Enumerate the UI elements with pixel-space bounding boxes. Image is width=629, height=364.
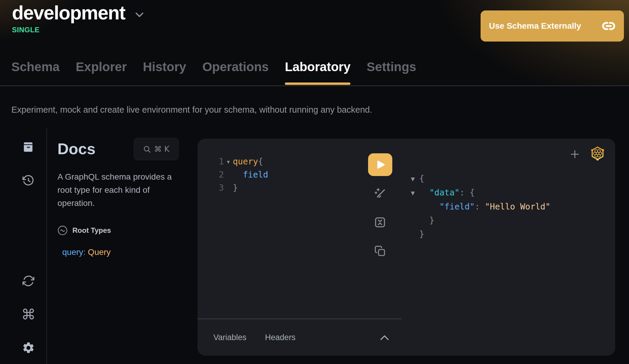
json-indent [419,215,429,225]
json-string-value: "Hello World" [485,202,550,212]
docs-panel: Docs ⌘ K A GraphQL schema provides a roo… [57,137,179,257]
root-type-entry: query: Query [57,247,179,257]
docs-search-button[interactable]: ⌘ K [134,138,179,160]
json-punct: : { [460,188,475,198]
query-editor[interactable]: 1▾query{ 2 field 3} [217,155,268,195]
tab-schema[interactable]: Schema [11,60,60,85]
line-number: 1 [217,155,224,168]
refresh-icon [22,275,35,287]
prettify-wand-icon [373,187,387,200]
fold-caret-icon[interactable]: ▼ [411,186,419,200]
command-icon: ⌘ [21,306,36,323]
fold-caret-icon[interactable]: ▾ [224,155,233,168]
docs-book-icon [22,141,35,153]
collapse-editor-tools-button[interactable] [380,332,391,343]
link-icon [602,22,616,30]
code-token-brace: } [233,183,238,193]
query-editor-line: 3} [217,181,268,195]
tab-operations[interactable]: Operations [202,60,269,85]
line-number: 3 [217,181,224,195]
merge-icon [374,216,386,229]
root-types-section: Root Types [57,225,179,235]
json-key-field: "field" [439,202,475,212]
page-title: development [12,3,125,23]
json-punct: : [475,202,485,212]
json-punct: } [429,215,434,225]
code-token-field: field [243,170,268,180]
query-editor-line: 2 field [217,168,268,181]
copy-icon [374,245,386,257]
laboratory-page: { "header": { "workspace_name": "develop… [0,0,629,364]
copy-query-button[interactable] [373,244,387,258]
json-indent [419,188,429,198]
schema-description: A GraphQL schema provides a root type fo… [57,170,180,210]
execute-query-button[interactable] [368,153,392,176]
search-icon [143,145,151,153]
tab-settings[interactable]: Settings [367,60,416,85]
tab-explorer[interactable]: Explorer [76,60,127,85]
play-icon [375,160,385,170]
page-description: Experiment, mock and create live environ… [11,105,372,115]
use-schema-externally-label: Use Schema Externally [489,21,581,31]
code-token-keyword: query [233,157,258,166]
response-viewer: ▼{ ▼ "data": { "field": "Hello World" } … [411,172,550,241]
tab-laboratory[interactable]: Laboratory [285,60,350,85]
root-type-separator: : [83,247,88,257]
add-tab-button[interactable] [570,149,580,159]
merge-fragments-button[interactable] [373,216,387,229]
tab-history[interactable]: History [143,60,186,85]
response-line: ▼{ [411,172,550,186]
query-editor-line: 1▾query{ [217,155,268,168]
json-punct: { [419,174,424,183]
json-indent [419,202,439,212]
use-schema-externally-button[interactable]: Use Schema Externally [481,10,624,42]
sidebar-item-shortcuts[interactable]: ⌘ [22,308,35,321]
response-line: "field": "Hello World" [411,200,550,214]
hive-logo-icon [590,146,605,161]
root-types-label: Root Types [72,226,111,235]
sidebar-item-docs[interactable] [22,140,35,154]
sidebar-item-refetch-schema[interactable] [22,274,35,287]
code-token-indent [233,170,243,180]
root-types-icon [57,225,68,235]
sidebar-item-settings[interactable] [22,341,35,354]
history-icon [22,174,35,187]
fold-caret-icon[interactable]: ▼ [411,172,419,186]
sidebar-item-history[interactable] [22,174,35,187]
root-type-type-link[interactable]: Query [88,247,111,257]
status-badge: SINGLE [12,26,39,34]
editor-footer: Variables Headers [197,319,402,356]
line-number: 2 [217,168,224,181]
json-punct: } [419,229,424,239]
search-shortcut-label: ⌘ K [154,145,169,154]
graphiql-panel: 1▾query{ 2 field 3} [197,139,615,356]
tab-variables[interactable]: Variables [213,333,247,342]
code-token-brace: { [258,157,263,166]
top-nav-tabs: Schema Explorer History Operations Labor… [11,60,416,85]
response-line: ▼ "data": { [411,186,550,200]
chevron-down-icon [135,12,144,18]
response-line: } [411,227,550,241]
response-line: } [411,214,550,227]
page-header: development SINGLE Use Schema Externally… [0,0,629,86]
prettify-query-button[interactable] [373,187,387,200]
docs-panel-title: Docs [57,137,95,160]
workspace-selector[interactable]: development [12,3,144,23]
laboratory-sidebar: ⌘ [0,129,47,364]
tab-headers[interactable]: Headers [265,333,296,342]
chevron-up-icon [380,335,389,341]
root-type-name-link[interactable]: query [62,247,83,257]
json-key-data: "data" [429,188,460,198]
gear-icon [22,341,35,354]
